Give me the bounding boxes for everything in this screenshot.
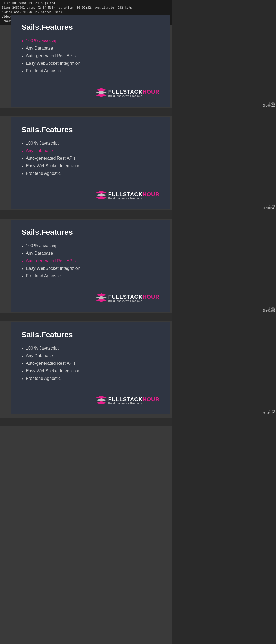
slide-0-item-2: Auto-generated Rest APIs xyxy=(22,52,160,60)
svg-marker-2 xyxy=(96,94,107,97)
slide-1-item-4: Frontend Agnostic xyxy=(22,170,160,177)
slide-list-0: 100 % JavascriptAny DatabaseAuto-generat… xyxy=(22,37,160,75)
file-info-line1: File: 001 What is Sails.js.mp4 xyxy=(2,1,171,6)
svg-marker-11 xyxy=(96,401,107,404)
slide-3-item-1: Any Database xyxy=(22,352,160,360)
separator-2 xyxy=(0,210,172,219)
slide-1: Sails.Features100 % JavascriptAny Databa… xyxy=(11,117,170,209)
slide-0-item-4: Frontend Agnostic xyxy=(22,67,160,75)
slide-3-item-3: Easy WebSocket Integration xyxy=(22,367,160,375)
slide-2-item-2: Auto-generated Rest APIs xyxy=(22,257,160,265)
timestamp-1: ramy00:00:40 xyxy=(263,204,276,210)
logo-tagline-3: Build Innovative Products xyxy=(108,402,142,405)
logo-area-0: FULLSTACKHOURBuild Innovative Products xyxy=(22,88,160,98)
slide-title-3: Sails.Features xyxy=(22,330,160,339)
separator-3 xyxy=(0,313,172,321)
separator-final xyxy=(0,418,172,426)
slide-list-1: 100 % JavascriptAny DatabaseAuto-generat… xyxy=(22,139,160,177)
slide-3-item-0: 100 % Javascript xyxy=(22,345,160,352)
svg-marker-8 xyxy=(96,299,107,302)
logo-tagline-2: Build Innovative Products xyxy=(108,299,142,302)
logo-tagline-1: Build Innovative Products xyxy=(108,197,142,200)
logo-area-2: FULLSTACKHOURBuild Innovative Products xyxy=(22,293,160,303)
slide-0-item-3: Easy WebSocket Integration xyxy=(22,60,160,67)
file-info-line2: Size: 2667901 bytes (2.54 MiB), duration… xyxy=(2,6,171,10)
slide-3-item-4: Frontend Agnostic xyxy=(22,375,160,382)
right-sidebar xyxy=(172,0,276,644)
separator-1 xyxy=(0,108,172,116)
slide-1-item-2: Auto-generated Rest APIs xyxy=(22,155,160,162)
slide-title-2: Sails.Features xyxy=(22,228,160,237)
file-info-line3: Audio: aac, 48000 Hz, stereo (und) xyxy=(2,10,171,15)
logo-fullstack-2: FULLSTACKHOUR xyxy=(108,294,160,299)
slide-list-2: 100 % JavascriptAny DatabaseAuto-generat… xyxy=(22,242,160,280)
logo-area-3: FULLSTACKHOURBuild Innovative Products xyxy=(22,396,160,406)
slide-2-item-4: Frontend Agnostic xyxy=(22,272,160,280)
logo-area-1: FULLSTACKHOURBuild Innovative Products xyxy=(22,191,160,200)
slide-2: Sails.Features100 % JavascriptAny Databa… xyxy=(11,220,170,312)
logo-fullstack-0: FULLSTACKHOUR xyxy=(108,89,160,94)
slide-1-item-3: Easy WebSocket Integration xyxy=(22,162,160,170)
slide-0: Sails.Features100 % JavascriptAny Databa… xyxy=(11,15,170,107)
timestamp-3: ramy00:01:20 xyxy=(263,409,276,415)
logo-tagline-0: Build Innovative Products xyxy=(108,94,142,97)
slide-0-item-0: 100 % Javascript xyxy=(22,37,160,45)
logo-fullstack-3: FULLSTACKHOUR xyxy=(108,397,160,402)
slide-1-item-0: 100 % Javascript xyxy=(22,139,160,147)
slide-2-item-3: Easy WebSocket Integration xyxy=(22,265,160,272)
svg-marker-5 xyxy=(96,196,107,199)
logo-fullstack-1: FULLSTACKHOUR xyxy=(108,192,160,197)
slide-list-3: 100 % JavascriptAny DatabaseAuto-generat… xyxy=(22,345,160,382)
slide-title-0: Sails.Features xyxy=(22,23,160,32)
slide-0-item-1: Any Database xyxy=(22,45,160,52)
slide-title-1: Sails.Features xyxy=(22,125,160,134)
timestamp-0: ramy00:00:20 xyxy=(263,101,276,107)
slide-2-item-1: Any Database xyxy=(22,250,160,257)
slide-3: Sails.Features100 % JavascriptAny Databa… xyxy=(11,322,170,414)
slide-2-item-0: 100 % Javascript xyxy=(22,242,160,250)
slide-1-item-1: Any Database xyxy=(22,147,160,155)
slide-3-item-2: Auto-generated Rest APIs xyxy=(22,360,160,367)
timestamp-2: ramy00:01:00 xyxy=(263,306,276,312)
